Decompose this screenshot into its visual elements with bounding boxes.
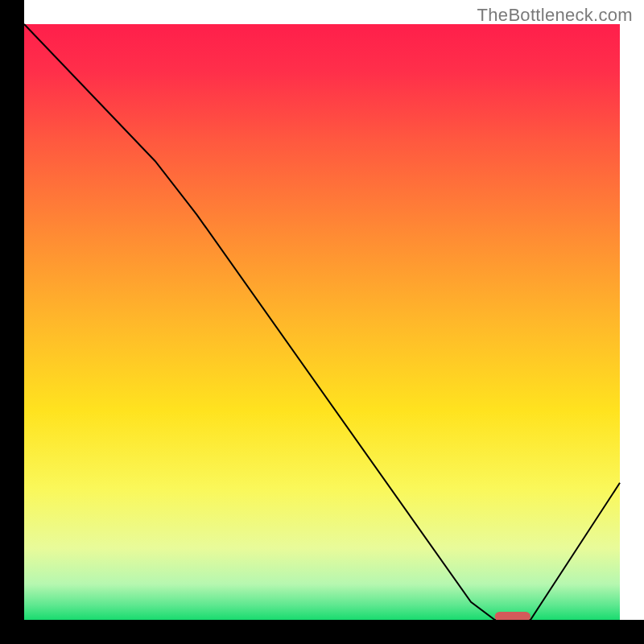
bottleneck-chart bbox=[0, 0, 644, 644]
y-axis-bar bbox=[0, 0, 24, 644]
x-axis-bar bbox=[0, 620, 644, 644]
chart-container: TheBottleneck.com bbox=[0, 0, 644, 644]
plot-background bbox=[24, 24, 620, 620]
